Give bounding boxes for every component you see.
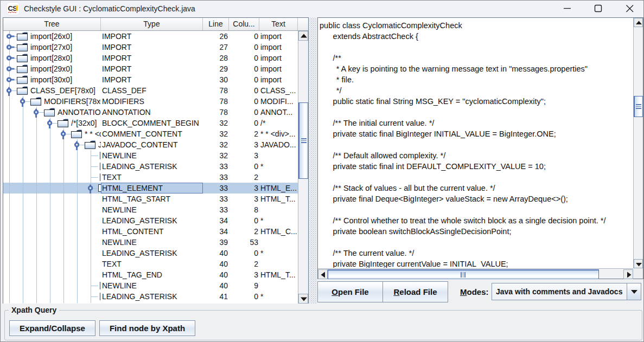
table-row[interactable]: NEWLINE338 — [3, 204, 298, 215]
tree-node-label: * * <div> — [85, 128, 101, 139]
table-row[interactable]: TEXT402 — [3, 259, 298, 269]
table-row[interactable]: MODIFIERS[78x0]MODIFIERS780MODIFI... — [3, 96, 298, 107]
table-row[interactable]: HTML_TAG_END403HTML_T... — [3, 269, 298, 280]
folder-icon — [85, 140, 95, 149]
scroll-down-button[interactable] — [634, 259, 643, 268]
minimize-button[interactable] — [554, 1, 579, 17]
scroll-up-button[interactable] — [298, 31, 308, 41]
scroll-right-button[interactable] — [623, 269, 633, 279]
table-row[interactable]: import[28x0]IMPORT280import — [3, 53, 298, 63]
cell-column: 0 — [229, 53, 258, 63]
cell-column: 3 — [229, 269, 258, 280]
column-header-tree[interactable]: Tree — [3, 18, 101, 30]
tree-cell — [3, 269, 101, 280]
find-node-by-xpath-button[interactable]: Find node by Xpath — [99, 320, 195, 336]
cell-type: NEWLINE — [102, 204, 202, 215]
column-header-column[interactable]: Colu... — [229, 18, 259, 30]
folder-icon — [58, 119, 68, 127]
table-row[interactable]: * * <div>COMMENT_CONTENT322* * <div>... — [3, 128, 298, 139]
tree-cell: CLASS_DEF[78x0] — [3, 85, 101, 96]
splitpane-divider[interactable] — [309, 17, 317, 304]
tree-cell: import[29x0] — [3, 63, 101, 74]
table-row[interactable]: CLASS_DEF[78x0]CLASS_DEF780CLASS_... — [3, 85, 298, 96]
code-vertical-scrollbar[interactable] — [633, 18, 643, 268]
table-row[interactable]: HTML_CONTENT342HTML_C... — [3, 226, 298, 237]
cell-line: 78 — [203, 85, 228, 96]
expand-collapse-button[interactable]: Expand/Collapse — [9, 320, 95, 336]
cell-line: 33 — [203, 193, 228, 204]
folder-icon — [17, 32, 28, 41]
cell-column: 0 — [229, 291, 258, 302]
cell-text: CLASS_... — [260, 85, 298, 96]
column-header-text[interactable]: Text — [259, 18, 298, 30]
tree-cell: import[28x0] — [3, 53, 101, 63]
scroll-down-button[interactable] — [298, 294, 308, 304]
table-row[interactable]: import[27x0]IMPORT270import — [3, 42, 298, 53]
table-row[interactable]: import[30x0]IMPORT300import — [3, 74, 298, 85]
tree-cell — [3, 193, 101, 204]
table-row[interactable]: NEWLINE323 — [3, 150, 298, 161]
modes-combobox[interactable]: Java with comments and Javadocs — [492, 283, 641, 300]
tree-node-label: import[28x0] — [30, 53, 101, 63]
tree-connector-dash — [91, 286, 98, 286]
maximize-button[interactable] — [585, 1, 610, 17]
table-row[interactable]: LEADING_ASTERISK410* — [3, 291, 298, 302]
cell-type: HTML_TAG_END — [102, 269, 202, 280]
checkstyle-logo-icon: CS — [7, 2, 20, 15]
cell-line: 26 — [203, 31, 228, 42]
tree-cell — [3, 248, 101, 259]
cell-text: import — [260, 74, 298, 85]
table-row[interactable]: /*[32x0]BLOCK_COMMENT_BEGIN320/* — [3, 118, 298, 128]
cell-column: 0 — [229, 248, 258, 259]
tree-scrollbar-thumb[interactable] — [298, 102, 308, 179]
cell-column: 2 — [229, 226, 258, 237]
close-button[interactable] — [617, 1, 642, 17]
table-row[interactable]: ANNOTATION[78x0]ANNOTATION780ANNOT... — [3, 107, 298, 118]
tree-connector-dash — [91, 166, 98, 167]
cell-text — [260, 172, 298, 183]
table-row[interactable]: import[26x0]IMPORT260import — [3, 31, 298, 42]
column-header-type[interactable]: Type — [101, 18, 203, 30]
scroll-up-button[interactable] — [634, 18, 643, 27]
tree-cell — [3, 226, 101, 237]
combobox-dropdown-button[interactable] — [627, 283, 641, 300]
table-row[interactable]: LEADING_ASTERISK330* — [3, 161, 298, 172]
cell-column: 0 — [229, 118, 258, 128]
cell-type: LEADING_ASTERISK — [102, 248, 202, 259]
cell-type: TEXT — [102, 259, 202, 269]
window-title: Checkstyle GUI : CyclomaticComplexityChe… — [24, 1, 195, 17]
cell-type: MODIFIERS — [102, 96, 202, 107]
table-row[interactable]: TEXT332 — [3, 172, 298, 183]
table-row[interactable]: LEADING_ASTERISK400* — [3, 248, 298, 259]
reload-file-button[interactable]: Reload File — [382, 281, 448, 302]
column-header-line[interactable]: Line — [203, 18, 229, 30]
cell-column: 2 — [229, 128, 258, 139]
open-file-button[interactable]: Open File — [317, 281, 383, 302]
table-row[interactable]: HTML_ELEMENT333HTML_E... — [3, 183, 298, 193]
cell-text: HTML_C... — [260, 226, 298, 237]
table-row[interactable]: NEWLINE409 — [3, 280, 298, 291]
code-hscrollbar-thumb[interactable] — [328, 269, 599, 279]
code-vscrollbar-thumb[interactable] — [634, 96, 643, 117]
table-row[interactable]: LEADING_ASTERISK340* — [3, 215, 298, 226]
tree-vertical-scrollbar[interactable] — [298, 31, 308, 304]
tree-table-header: Tree Type Line Colu... Text — [3, 18, 308, 31]
tree-node-label: import[30x0] — [30, 74, 101, 85]
table-row[interactable]: NEWLINE3953 — [3, 237, 298, 248]
code-horizontal-scrollbar[interactable] — [318, 268, 633, 279]
scroll-left-button[interactable] — [318, 269, 328, 279]
cell-line: 32 — [203, 139, 228, 150]
cell-text: HTML_T... — [260, 269, 298, 280]
cell-type: NEWLINE — [102, 150, 202, 161]
code-line: /** — [320, 53, 341, 63]
cell-column: 3 — [229, 150, 258, 161]
table-row[interactable]: JAVADOC_CONTENTJAVADOC_CONTENT323JAVADO.… — [3, 139, 298, 150]
source-code-view[interactable]: public class CyclomaticComplexityCheckex… — [318, 18, 633, 268]
cell-line: 33 — [203, 161, 228, 172]
cell-column: 3 — [229, 193, 258, 204]
cell-line: 29 — [203, 63, 228, 74]
table-row[interactable]: HTML_TAG_START333HTML_T... — [3, 193, 298, 204]
cell-type: HTML_TAG_START — [102, 193, 202, 204]
cell-type: LEADING_ASTERISK — [102, 291, 202, 302]
table-row[interactable]: import[29x0]IMPORT290import — [3, 63, 298, 74]
